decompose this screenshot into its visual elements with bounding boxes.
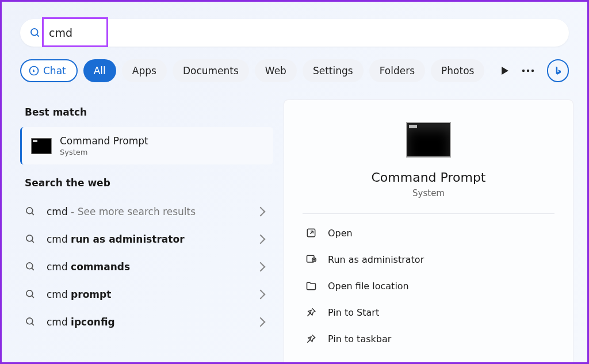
svg-line-15	[32, 323, 33, 325]
chat-label: Chat	[43, 65, 66, 76]
detail-panel: Command Prompt System Open Run as admini…	[284, 99, 573, 362]
svg-point-4	[527, 70, 529, 72]
detail-subtitle: System	[412, 188, 445, 198]
folder-icon	[305, 279, 318, 292]
filter-label: Folders	[380, 65, 415, 76]
command-prompt-icon-large	[406, 122, 451, 158]
bing-chat-icon	[28, 65, 40, 76]
action-label: Run as administrator	[328, 254, 424, 265]
bing-icon	[552, 64, 564, 77]
chat-pill[interactable]: Chat	[20, 59, 78, 82]
best-match-subtitle: System	[60, 148, 148, 156]
svg-point-12	[26, 290, 33, 297]
filter-apps[interactable]: Apps	[122, 59, 167, 82]
divider	[303, 213, 554, 214]
chevron-right-icon	[256, 317, 266, 327]
command-prompt-icon	[31, 138, 52, 154]
filter-settings[interactable]: Settings	[303, 59, 364, 82]
filter-folders[interactable]: Folders	[369, 59, 425, 82]
filter-label: Web	[265, 65, 286, 76]
search-icon	[25, 261, 36, 273]
action-open[interactable]: Open	[303, 220, 554, 246]
svg-point-6	[26, 208, 33, 214]
search-input[interactable]	[49, 26, 560, 39]
search-web-header: Search the web	[25, 177, 269, 189]
action-label: Pin to taskbar	[328, 334, 391, 344]
web-result-text: cmd commands	[47, 261, 257, 273]
filters-row: Chat All Apps Documents Web Settings Fol…	[20, 58, 569, 83]
filter-label: Settings	[313, 65, 353, 76]
chevron-right-icon	[256, 262, 266, 272]
action-label: Open file location	[328, 281, 409, 292]
web-result-3[interactable]: cmd prompt	[20, 281, 273, 308]
web-result-2[interactable]: cmd commands	[20, 253, 273, 281]
svg-point-8	[26, 235, 33, 242]
chevron-right-icon	[256, 235, 266, 244]
svg-point-10	[26, 263, 33, 269]
filter-label: Documents	[183, 65, 239, 76]
web-result-text: cmd - See more search results	[47, 206, 257, 217]
svg-line-11	[32, 268, 33, 270]
filter-web[interactable]: Web	[255, 59, 297, 82]
chevron-right-icon	[256, 290, 266, 300]
pin-icon	[305, 332, 318, 345]
svg-line-13	[32, 296, 33, 298]
web-result-text: cmd ipconfig	[47, 316, 257, 328]
web-result-text: cmd run as administrator	[47, 233, 257, 245]
chevron-right-icon	[256, 207, 266, 217]
filter-documents[interactable]: Documents	[173, 59, 249, 82]
svg-line-1	[37, 35, 39, 37]
bing-button[interactable]	[547, 59, 569, 82]
web-result-0[interactable]: cmd - See more search results	[20, 198, 273, 225]
filter-label: Apps	[132, 65, 156, 76]
action-pin-taskbar[interactable]: Pin to taskbar	[303, 325, 554, 352]
more-icon[interactable]	[519, 62, 537, 80]
search-icon	[25, 316, 36, 328]
action-list: Open Run as administrator Open file loca…	[303, 220, 554, 352]
pin-icon	[305, 306, 318, 319]
svg-line-7	[32, 213, 33, 215]
search-bar	[20, 19, 569, 47]
action-label: Open	[328, 228, 353, 239]
action-run-admin[interactable]: Run as administrator	[303, 246, 554, 273]
detail-title: Command Prompt	[372, 170, 486, 185]
admin-icon	[305, 253, 318, 266]
best-match-item[interactable]: Command Prompt System	[20, 127, 273, 164]
action-pin-start[interactable]: Pin to Start	[303, 299, 554, 325]
svg-line-9	[32, 240, 33, 243]
web-result-1[interactable]: cmd run as administrator	[20, 225, 273, 253]
action-open-location[interactable]: Open file location	[303, 273, 554, 299]
web-result-4[interactable]: cmd ipconfig	[20, 308, 273, 336]
svg-point-0	[31, 29, 38, 36]
svg-point-3	[522, 70, 525, 72]
search-icon	[25, 289, 36, 300]
best-match-header: Best match	[25, 106, 269, 118]
svg-point-5	[531, 70, 534, 72]
action-label: Pin to Start	[328, 307, 379, 318]
filter-label: Photos	[441, 65, 474, 76]
search-icon	[25, 233, 36, 245]
search-icon	[29, 27, 41, 39]
filter-label: All	[94, 65, 106, 76]
filter-photos[interactable]: Photos	[431, 59, 484, 82]
open-icon	[305, 227, 318, 239]
search-icon	[25, 206, 36, 217]
web-result-text: cmd prompt	[47, 289, 257, 300]
filter-all[interactable]: All	[83, 59, 116, 82]
svg-point-14	[26, 318, 33, 324]
best-match-title: Command Prompt	[60, 135, 148, 147]
play-icon[interactable]	[496, 62, 513, 80]
results-column: Best match Command Prompt System Search …	[20, 99, 273, 336]
